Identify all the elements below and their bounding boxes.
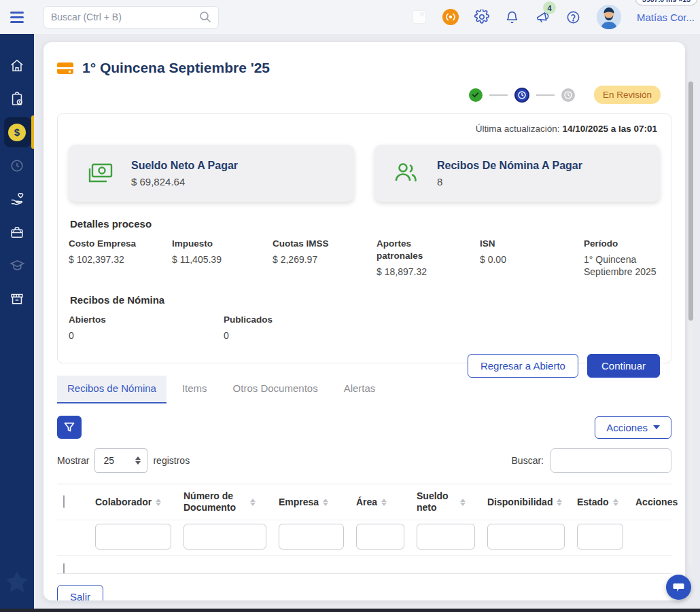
clipboard-clock-icon <box>10 92 24 107</box>
col-acciones: Acciones <box>630 494 677 511</box>
col-numero-documento[interactable]: Número de Documento <box>178 488 273 516</box>
sort-icon[interactable] <box>460 499 466 506</box>
sidebar-item-assets[interactable] <box>0 282 34 315</box>
global-search-box[interactable] <box>43 6 219 29</box>
help-icon[interactable] <box>566 10 581 24</box>
brand-target-icon[interactable] <box>442 9 459 25</box>
filter-empresa-input[interactable] <box>279 524 344 550</box>
sidebar-item-training[interactable] <box>0 249 34 282</box>
sort-icon[interactable] <box>613 499 618 506</box>
archive-icon <box>10 291 24 306</box>
detail-value: $ 102,397.32 <box>69 253 172 266</box>
status-stepper: En Revisión <box>43 76 685 104</box>
chevron-down-icon <box>653 425 660 429</box>
main-content: 1° Quincena Septiembre '25 En Revisión Ú… <box>34 34 700 609</box>
announcements-count-badge: 4 <box>543 1 556 14</box>
menu-toggle-button[interactable] <box>0 0 34 34</box>
tab-otros-documentos[interactable]: Otros Documentos <box>223 376 328 403</box>
receipts-published-label: Publicados <box>224 314 660 326</box>
sidebar-item-benefits[interactable] <box>0 182 34 215</box>
col-colaborador[interactable]: Colaborador <box>90 494 178 511</box>
last-update: Última actualización: 14/10/2025 a las 0… <box>69 124 660 134</box>
sort-icon[interactable] <box>250 499 256 506</box>
sort-icon[interactable] <box>323 499 328 506</box>
detail-label: Cuotas IMSS <box>273 238 377 250</box>
summary-tiles: Sueldo Neto A Pagar $ 69,824.64 Recibos … <box>69 145 660 202</box>
filter-disponibilidad-input[interactable] <box>487 524 565 550</box>
receipts-value: 8 <box>437 176 582 187</box>
continue-button[interactable]: Continuar <box>587 354 660 378</box>
graduation-cap-icon <box>10 257 25 273</box>
bell-icon[interactable] <box>505 10 520 24</box>
user-avatar[interactable] <box>597 5 621 29</box>
tab-alertas[interactable]: Alertas <box>334 376 386 403</box>
user-name[interactable]: Matías Cor... <box>637 12 695 23</box>
sort-icon[interactable] <box>156 499 161 506</box>
actions-label: Acciones <box>606 422 648 433</box>
net-salary-tile[interactable]: Sueldo Neto A Pagar $ 69,824.64 <box>69 145 354 202</box>
table-search-input[interactable] <box>550 448 671 473</box>
topbar: 4 Matías Cor... 3907.0 ms ×13 <box>0 0 700 34</box>
briefcase-icon <box>10 225 24 240</box>
receipts-open-label: Abiertos <box>69 314 224 326</box>
filter-area-input[interactable] <box>356 524 404 550</box>
sort-icon[interactable] <box>557 499 562 506</box>
col-disponibilidad[interactable]: Disponibilidad <box>482 494 572 511</box>
exit-button[interactable]: Salir <box>57 585 103 600</box>
sidebar-item-payroll[interactable]: $ <box>0 115 34 149</box>
payroll-card-icon <box>57 62 73 74</box>
sidebar-item-history[interactable] <box>0 149 34 182</box>
global-search-input[interactable] <box>44 12 199 22</box>
detail-value: $ 18,897.32 <box>377 266 480 278</box>
receipts-tile[interactable]: Recibos De Nómina A Pagar 8 <box>374 145 660 202</box>
page-size-select[interactable]: 25 <box>94 448 147 473</box>
gear-icon[interactable] <box>474 10 489 24</box>
scrollbar-thumb[interactable] <box>688 82 693 321</box>
tab-items[interactable]: Items <box>172 376 217 403</box>
bookmark-icon[interactable] <box>412 10 427 24</box>
col-estado[interactable]: Estado <box>572 494 630 511</box>
history-clock-icon <box>10 158 24 173</box>
col-area[interactable]: Área <box>351 494 411 511</box>
detail-label: Impuesto <box>172 238 273 250</box>
filter-estado-input[interactable] <box>577 524 623 550</box>
row-checkbox[interactable] <box>63 563 65 573</box>
hand-heart-icon <box>10 191 25 206</box>
table-row[interactable] <box>57 556 671 573</box>
card-footer: Salir <box>57 585 671 600</box>
records-label: registros <box>153 455 190 466</box>
filter-button[interactable] <box>57 416 82 439</box>
star-icon <box>3 568 31 596</box>
filter-numero-documento-input[interactable] <box>183 524 266 550</box>
sidebar-item-jobs[interactable] <box>0 215 34 249</box>
sidebar-item-tasks[interactable] <box>0 82 34 115</box>
detail-value: $ 2,269.97 <box>273 253 377 266</box>
page-header: 1° Quincena Septiembre '25 <box>43 42 685 76</box>
net-salary-label: Sueldo Neto A Pagar <box>131 160 238 172</box>
detail-value: $ 0.00 <box>480 253 584 266</box>
receipts-label: Recibos De Nómina A Pagar <box>437 160 582 172</box>
tab-recibos-de-nomina[interactable]: Recibos de Nómina <box>57 376 167 403</box>
process-details: Costo Empresa$ 102,397.32 Impuesto$ 11,4… <box>69 238 660 278</box>
net-salary-value: $ 69,824.64 <box>131 176 238 187</box>
sort-icon[interactable] <box>381 499 387 506</box>
detail-label: ISN <box>480 238 584 250</box>
col-empresa[interactable]: Empresa <box>273 494 351 511</box>
detail-label: Período <box>584 238 660 250</box>
return-to-open-button[interactable]: Regresar a Abierto <box>468 354 578 378</box>
detail-value: $ 11,405.39 <box>172 253 273 266</box>
table-search-label: Buscar: <box>512 455 544 466</box>
step-done-check-icon <box>469 88 483 102</box>
select-all-checkbox[interactable] <box>63 495 65 508</box>
megaphone-icon[interactable]: 4 <box>536 10 550 24</box>
sidebar-item-home[interactable] <box>0 49 34 82</box>
filter-colaborador-input[interactable] <box>95 524 171 550</box>
filter-sueldo-neto-input[interactable] <box>417 524 475 550</box>
last-update-value: 14/10/2025 a las 07:01 <box>562 124 657 134</box>
col-sueldo-neto[interactable]: Sueldo neto <box>411 488 482 516</box>
status-badge: En Revisión <box>594 86 661 104</box>
detail-label: Aportes patronales <box>377 238 434 262</box>
actions-dropdown-button[interactable]: Acciones <box>595 416 671 439</box>
chat-fab-button[interactable] <box>666 575 691 600</box>
perf-overlay-badge: 3907.0 ms ×13 <box>635 0 697 5</box>
